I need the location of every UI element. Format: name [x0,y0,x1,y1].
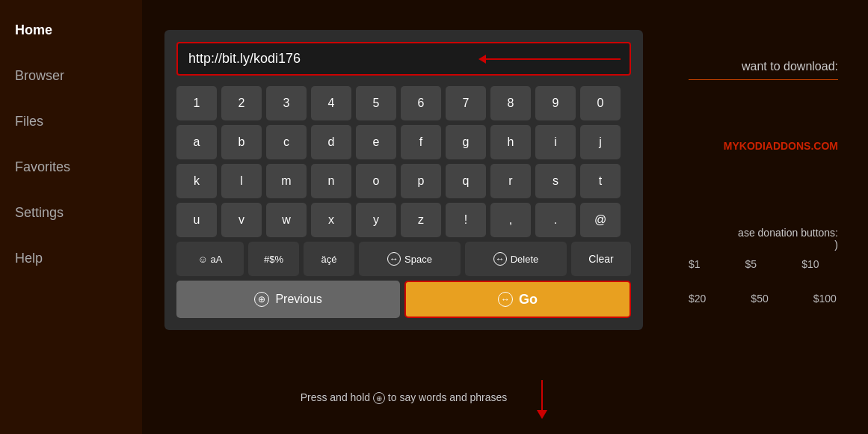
key-g[interactable]: g [446,125,486,159]
sidebar-item-settings[interactable]: Settings [15,205,127,221]
key-y[interactable]: y [356,203,396,237]
key-t[interactable]: t [580,164,621,198]
number-row: 1 2 3 4 5 6 7 8 9 0 [176,86,631,120]
key-2[interactable]: 2 [221,86,262,120]
key-c[interactable]: c [266,125,307,159]
sidebar-item-files[interactable]: Files [15,114,127,129]
previous-icon: ⊕ [254,292,269,307]
input-arrow [478,55,621,64]
divider [689,79,838,80]
key-r[interactable]: r [490,164,531,198]
key-symbols[interactable]: #$% [248,242,299,276]
key-x[interactable]: x [311,203,351,237]
arrow-line [486,58,621,60]
key-s[interactable]: s [535,164,576,198]
keyboard-keys: 1 2 3 4 5 6 7 8 9 0 a b c d e f g h i j … [176,86,631,276]
go-label: Go [519,292,538,308]
row-a-j: a b c d e f g h i j [176,125,631,159]
hint-text: Press and hold [301,391,373,403]
key-4[interactable]: 4 [311,86,351,120]
key-0[interactable]: 0 [580,86,621,120]
key-n[interactable]: n [311,164,351,198]
arrow-head [478,55,486,64]
key-d[interactable]: d [311,125,351,159]
key-j[interactable]: j [580,125,621,159]
down-arrow-head [537,410,547,419]
special-row: ☺ aA #$% äçé ↔ Space ↔ Delete Clear [176,242,631,276]
previous-button[interactable]: ⊕ Previous [176,281,400,318]
key-q[interactable]: q [446,164,486,198]
hint-suffix: to say words and phrases [388,391,508,403]
sidebar-item-browser[interactable]: Browser [15,68,127,84]
key-period[interactable]: . [535,203,576,237]
key-comma[interactable]: , [490,203,531,237]
amount-5: $5 [745,258,757,270]
key-a[interactable]: a [176,125,217,159]
key-k[interactable]: k [176,164,217,198]
row-k-t: k l m n o p q r s t [176,164,631,198]
key-7[interactable]: 7 [446,86,486,120]
key-exclaim[interactable]: ! [446,203,486,237]
key-p[interactable]: p [401,164,441,198]
content-right: want to download: MYKODIADDONS.COM ase d… [689,60,838,305]
url-input-wrapper [176,42,631,76]
sidebar-item-home[interactable]: Home [15,22,127,38]
key-emoji-case[interactable]: ☺ aA [176,242,244,276]
key-h[interactable]: h [490,125,531,159]
amount-20: $20 [689,293,706,305]
key-b[interactable]: b [221,125,262,159]
donation-amounts-row1: $1 $5 $10 [689,258,838,270]
key-5[interactable]: 5 [356,86,396,120]
key-v[interactable]: v [221,203,262,237]
action-row: ⊕ Previous ↔ Go [176,281,631,318]
key-f[interactable]: f [401,125,441,159]
go-button[interactable]: ↔ Go [404,281,631,318]
down-arrow-annotation [537,380,547,419]
key-w[interactable]: w [266,203,307,237]
amount-10: $10 [801,258,819,270]
key-6[interactable]: 6 [401,86,441,120]
key-space[interactable]: ↔ Space [359,242,461,276]
row-u-at: u v w x y z ! , . @ [176,203,631,237]
hint-bar: Press and hold ⊕ to say words and phrase… [164,391,643,404]
sidebar-item-favorites[interactable]: Favorites [15,159,127,175]
amount-100: $100 [813,293,837,305]
down-arrow-line [541,380,543,410]
amount-50: $50 [751,293,768,305]
brand-label: MYKODIADDONS.COM [689,140,838,152]
key-l[interactable]: l [221,164,262,198]
key-8[interactable]: 8 [490,86,531,120]
key-accents[interactable]: äçé [304,242,354,276]
key-clear[interactable]: Clear [571,242,631,276]
key-1[interactable]: 1 [176,86,217,120]
key-3[interactable]: 3 [266,86,307,120]
key-i[interactable]: i [535,125,576,159]
amount-1: $1 [689,258,701,270]
key-at[interactable]: @ [580,203,621,237]
key-9[interactable]: 9 [535,86,576,120]
hint-icon: ⊕ [373,392,385,404]
sidebar: Home Browser Files Favorites Settings He… [0,0,142,434]
key-o[interactable]: o [356,164,396,198]
donation-label: ase donation buttons: ) [689,227,838,251]
key-m[interactable]: m [266,164,307,198]
download-label: want to download: [742,60,838,73]
key-u[interactable]: u [176,203,217,237]
donation-amounts-row2: $20 $50 $100 [689,293,838,305]
key-z[interactable]: z [401,203,441,237]
key-delete[interactable]: ↔ Delete [465,242,567,276]
previous-label: Previous [275,293,321,306]
go-icon: ↔ [498,292,513,307]
sidebar-item-help[interactable]: Help [15,251,127,266]
keyboard-modal: 1 2 3 4 5 6 7 8 9 0 a b c d e f g h i j … [164,30,643,330]
key-e[interactable]: e [356,125,396,159]
